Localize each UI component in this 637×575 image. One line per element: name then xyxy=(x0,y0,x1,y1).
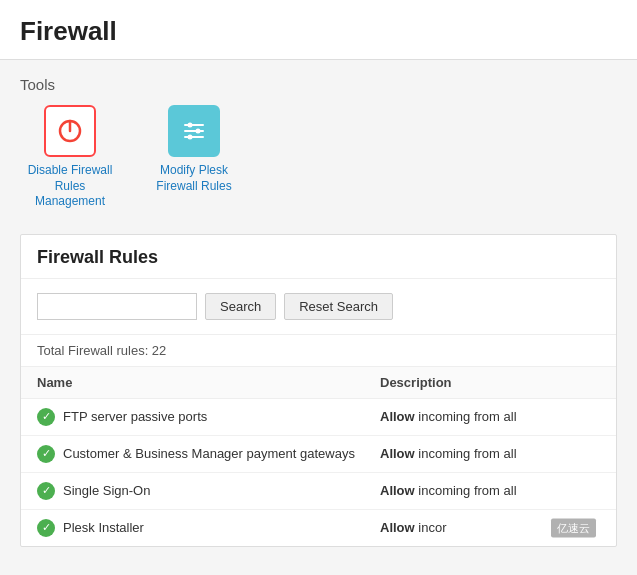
row-description: Allow incoming from all xyxy=(380,409,600,424)
row-description: Allow incoming from all xyxy=(380,483,600,498)
tools-row: Disable Firewall Rules Management Modify… xyxy=(20,105,617,210)
page-title: Firewall xyxy=(20,16,617,47)
firewall-rules-section: Firewall Rules Search Reset Search Total… xyxy=(20,234,617,547)
search-bar: Search Reset Search xyxy=(21,279,616,335)
status-icon: ✓ xyxy=(37,482,55,500)
row-name: ✓ Customer & Business Manager payment ga… xyxy=(37,445,380,463)
row-name-text: Single Sign-On xyxy=(63,483,150,498)
sliders-icon xyxy=(180,117,208,145)
row-name: ✓ Single Sign-On xyxy=(37,482,380,500)
row-description: Allow incor xyxy=(380,520,600,535)
svg-point-5 xyxy=(188,123,193,128)
reset-search-button[interactable]: Reset Search xyxy=(284,293,393,320)
svg-point-6 xyxy=(196,129,201,134)
search-input[interactable] xyxy=(37,293,197,320)
firewall-rules-title: Firewall Rules xyxy=(21,235,616,279)
table-row: ✓ Single Sign-On Allow incoming from all xyxy=(21,473,616,510)
content-area: Tools Disable Firewall Rules Management xyxy=(0,60,637,563)
table-header: Name Description xyxy=(21,367,616,399)
search-button[interactable]: Search xyxy=(205,293,276,320)
total-label: Total Firewall rules: 22 xyxy=(21,335,616,367)
row-name: ✓ FTP server passive ports xyxy=(37,408,380,426)
tools-label: Tools xyxy=(20,76,617,93)
svg-point-7 xyxy=(188,135,193,140)
tool-disable-firewall[interactable]: Disable Firewall Rules Management xyxy=(20,105,120,210)
col-header-description: Description xyxy=(380,375,600,390)
row-description: Allow incoming from all xyxy=(380,446,600,461)
status-icon: ✓ xyxy=(37,408,55,426)
row-name-text: Customer & Business Manager payment gate… xyxy=(63,446,355,461)
status-icon: ✓ xyxy=(37,445,55,463)
tools-section: Tools Disable Firewall Rules Management xyxy=(20,76,617,210)
table-body: ✓ FTP server passive ports Allow incomin… xyxy=(21,399,616,546)
tool-disable-label: Disable Firewall Rules Management xyxy=(20,163,120,210)
disable-firewall-icon-wrapper xyxy=(44,105,96,157)
tool-modify-label: Modify Plesk Firewall Rules xyxy=(144,163,244,194)
status-icon: ✓ xyxy=(37,519,55,537)
row-name: ✓ Plesk Installer xyxy=(37,519,380,537)
row-name-text: FTP server passive ports xyxy=(63,409,207,424)
tool-modify-firewall[interactable]: Modify Plesk Firewall Rules xyxy=(144,105,244,210)
row-name-text: Plesk Installer xyxy=(63,520,144,535)
table-row: ✓ Plesk Installer Allow incor 亿速云 xyxy=(21,510,616,546)
table-row: ✓ FTP server passive ports Allow incomin… xyxy=(21,399,616,436)
table-row: ✓ Customer & Business Manager payment ga… xyxy=(21,436,616,473)
power-icon xyxy=(56,117,84,145)
modify-firewall-icon-wrapper xyxy=(168,105,220,157)
page-header: Firewall xyxy=(0,0,637,60)
col-header-name: Name xyxy=(37,375,380,390)
